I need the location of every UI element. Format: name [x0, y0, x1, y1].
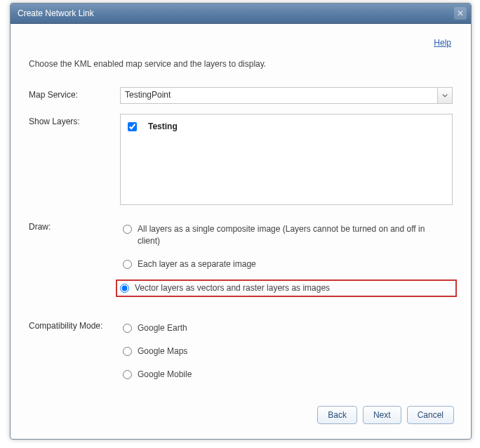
- draw-option-label: Vector layers as vectors and raster laye…: [135, 282, 330, 294]
- dialog-title: Create Network Link: [18, 8, 94, 18]
- layers-listbox: Testing: [120, 114, 453, 205]
- radio-composite[interactable]: [123, 225, 132, 234]
- instruction-text: Choose the KML enabled map service and t…: [29, 59, 453, 69]
- radio-separate[interactable]: [123, 260, 132, 269]
- compat-option-label: Google Maps: [138, 345, 187, 357]
- radio-google-earth[interactable]: [123, 324, 132, 333]
- compat-mode-label: Compatibility Mode:: [29, 318, 120, 331]
- dialog-button-bar: Back Next Cancel: [317, 406, 454, 424]
- dialog-titlebar[interactable]: Create Network Link ✕: [11, 4, 471, 24]
- radio-google-maps[interactable]: [123, 347, 132, 356]
- compat-option-label: Google Earth: [138, 322, 187, 334]
- radio-google-mobile[interactable]: [123, 370, 132, 379]
- radio-vector[interactable]: [120, 284, 129, 293]
- layer-checkbox-testing[interactable]: [128, 122, 137, 131]
- map-service-label: Map Service:: [29, 87, 120, 100]
- show-layers-label: Show Layers:: [29, 114, 120, 126]
- create-network-link-dialog: Create Network Link ✕ Help Choose the KM…: [10, 3, 472, 440]
- draw-option-separate[interactable]: Each layer as a separate image: [120, 257, 453, 272]
- draw-label: Draw:: [29, 219, 120, 232]
- draw-option-composite[interactable]: All layers as a single composite image (…: [120, 222, 453, 249]
- compat-radio-group: Google Earth Google Maps Google Mobile: [120, 321, 453, 381]
- cancel-button[interactable]: Cancel: [407, 406, 454, 424]
- draw-option-label: All layers as a single composite image (…: [138, 223, 432, 247]
- draw-option-label: Each layer as a separate image: [138, 258, 256, 270]
- map-service-value: TestingPoint: [121, 88, 437, 103]
- draw-radio-group: All layers as a single composite image (…: [120, 222, 453, 297]
- close-icon[interactable]: ✕: [454, 7, 467, 20]
- compat-option-maps[interactable]: Google Maps: [120, 344, 453, 359]
- help-link[interactable]: Help: [434, 38, 451, 48]
- back-button[interactable]: Back: [317, 406, 357, 424]
- layer-name: Testing: [148, 121, 178, 131]
- compat-option-mobile[interactable]: Google Mobile: [120, 367, 453, 382]
- compat-option-label: Google Mobile: [138, 369, 192, 381]
- layer-item: Testing: [128, 121, 445, 131]
- chevron-down-icon[interactable]: [437, 88, 452, 103]
- draw-option-vector[interactable]: Vector layers as vectors and raster laye…: [116, 279, 457, 297]
- map-service-select[interactable]: TestingPoint: [120, 87, 453, 104]
- next-button[interactable]: Next: [363, 406, 401, 424]
- compat-option-earth[interactable]: Google Earth: [120, 321, 453, 336]
